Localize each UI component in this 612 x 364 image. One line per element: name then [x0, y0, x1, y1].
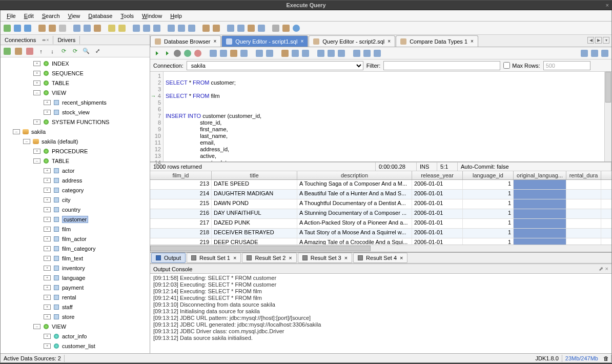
tab-nav-next-icon[interactable]: ▶ — [595, 37, 602, 44]
output-tab-result-set-2[interactable]: Result Set 2× — [242, 253, 296, 263]
et-align1-icon[interactable] — [580, 49, 589, 58]
et-prev-icon[interactable] — [255, 49, 264, 58]
et-fmt3-icon[interactable] — [337, 49, 346, 58]
menu-search[interactable]: Search — [38, 12, 64, 20]
tree-rental[interactable]: +rental — [1, 292, 150, 302]
tree-staff[interactable]: +staff — [1, 302, 150, 312]
new-connection-icon[interactable] — [3, 24, 12, 33]
tree-table[interactable]: –TABLE — [1, 156, 150, 166]
table-tool2-icon[interactable] — [177, 24, 186, 33]
tab-query-editor-script1-sql[interactable]: Query Editor - script1.sql× — [221, 35, 308, 47]
et3-icon[interactable] — [229, 49, 238, 58]
menu-database[interactable]: Database — [84, 12, 116, 20]
collapse-icon[interactable]: ⤢ — [93, 47, 102, 56]
results-body[interactable]: 213DATE SPEEDA Touching Saga of a Compos… — [150, 180, 611, 245]
connections-tab[interactable]: Connections⬌× — [1, 36, 53, 44]
col-film_id[interactable]: film_id — [150, 171, 212, 179]
tree-city[interactable]: +city — [1, 195, 150, 205]
tab-database-browser[interactable]: Database Browser× — [150, 35, 221, 47]
tree-sakila[interactable]: –sakila — [1, 127, 150, 136]
pin-icon[interactable]: ⬌× — [42, 37, 49, 43]
wrench-icon[interactable] — [271, 24, 280, 33]
connection-select[interactable]: sakila — [187, 61, 363, 70]
script3-icon[interactable] — [247, 24, 256, 33]
tree-view[interactable]: –VIEW — [1, 88, 150, 97]
tree-film-text[interactable]: +film_text — [1, 253, 150, 263]
tree-recent-shipments[interactable]: +recent_shipments — [1, 97, 150, 107]
table-tool-icon[interactable] — [167, 24, 176, 33]
et1-icon[interactable] — [209, 49, 218, 58]
tab-close-icon[interactable]: × — [300, 38, 303, 44]
filter-input[interactable] — [383, 61, 500, 70]
tree-customer[interactable]: +customer — [1, 214, 150, 224]
et-next-icon[interactable] — [265, 49, 274, 58]
col-release_year[interactable]: release_year — [412, 171, 463, 179]
tree-sakila-default-[interactable]: –sakila (default) — [1, 136, 150, 146]
tree-film-actor[interactable]: +film_actor — [1, 234, 150, 244]
script4-icon[interactable] — [257, 24, 266, 33]
menu-tools[interactable]: Tools — [116, 12, 138, 20]
tree-actor-info[interactable]: +actor_info — [1, 331, 150, 341]
et-v3-icon[interactable] — [373, 49, 382, 58]
et-fmt1-icon[interactable] — [316, 49, 325, 58]
redo-icon[interactable] — [117, 24, 127, 33]
table-row[interactable]: 218DECEIVER BETRAYEDA Taut Story of a Mo… — [150, 229, 611, 238]
menu-window[interactable]: Window — [138, 12, 166, 20]
output-tab-result-set-3[interactable]: Result Set 3× — [298, 253, 352, 263]
et4-icon[interactable] — [239, 49, 249, 58]
exec2-icon[interactable] — [142, 24, 151, 33]
menu-edit[interactable]: Edit — [20, 12, 38, 20]
col-description[interactable]: description — [297, 171, 412, 179]
script2-icon[interactable] — [236, 24, 246, 33]
tree-film-category[interactable]: +film_category — [1, 244, 150, 253]
tab-nav-list-icon[interactable]: ▾ — [603, 37, 609, 44]
nav-down-icon[interactable]: ↓ — [48, 47, 57, 56]
db-tool2-icon[interactable] — [212, 24, 221, 33]
undo-icon[interactable] — [107, 24, 116, 33]
tree-system-functions[interactable]: +SYSTEM FUNCTIONS — [1, 117, 150, 127]
table-row[interactable]: 213DATE SPEEDA Touching Saga of a Compos… — [150, 180, 611, 190]
help-icon[interactable] — [292, 24, 301, 33]
tab-close-icon[interactable]: × — [214, 38, 217, 44]
sql-editor[interactable]: SELECT * FROM customer; SELECT * FROM fi… — [164, 72, 604, 161]
output-tab-output[interactable]: Output — [151, 253, 186, 263]
tree-index[interactable]: +INDEX — [1, 58, 150, 68]
tree-address[interactable]: +address — [1, 175, 150, 185]
tree-stock-view[interactable]: +stock_view — [1, 107, 150, 117]
tree-customer-list[interactable]: +customer_list — [1, 341, 150, 351]
et-v1-icon[interactable] — [352, 49, 361, 58]
table-tool3-icon[interactable] — [187, 24, 196, 33]
maxrows-input[interactable] — [543, 61, 590, 70]
tree-country[interactable]: +country — [1, 205, 150, 214]
run-icon[interactable] — [152, 49, 161, 58]
conn-dup-icon[interactable] — [25, 47, 34, 56]
et-export-icon[interactable] — [291, 49, 300, 58]
tree-language[interactable]: +language — [1, 273, 150, 282]
conn-add-icon[interactable] — [3, 47, 12, 56]
stop-icon[interactable] — [173, 49, 182, 58]
tab-query-editor-script2-sql[interactable]: Query Editor - script2.sql× — [309, 35, 395, 47]
table-row[interactable]: 214DAUGHTER MADIGANA Beautiful Tale of a… — [150, 190, 611, 199]
tab-close-icon[interactable]: × — [471, 38, 474, 44]
tab-close-icon[interactable]: × — [387, 38, 391, 44]
exec3-icon[interactable] — [152, 24, 161, 33]
search-icon[interactable]: 🔍 — [81, 47, 91, 56]
save-all-icon[interactable] — [23, 24, 32, 33]
db-tool-icon[interactable] — [201, 24, 211, 33]
tree-procedure[interactable]: +PROCEDURE — [1, 146, 150, 156]
table-row[interactable]: 219DEEP CRUSADEA Amazing Tale of a Croco… — [150, 238, 611, 245]
gear-icon[interactable] — [281, 24, 291, 33]
run-script-icon[interactable] — [162, 49, 172, 58]
commit-icon[interactable] — [183, 49, 192, 58]
menu-view[interactable]: View — [64, 12, 85, 20]
tab-nav-prev-icon[interactable]: ◀ — [587, 37, 594, 44]
col-original_languag...[interactable]: original_languag... — [514, 171, 566, 179]
et-hist-icon[interactable] — [280, 49, 290, 58]
tree-table[interactable]: +TABLE — [1, 78, 150, 88]
results-hscrollbar[interactable] — [150, 245, 611, 252]
tree-inventory[interactable]: +inventory — [1, 263, 150, 273]
tree-view[interactable]: –VIEW — [1, 321, 150, 331]
et2-icon[interactable] — [219, 49, 228, 58]
et-import-icon[interactable] — [301, 49, 310, 58]
script-icon[interactable] — [226, 24, 235, 33]
